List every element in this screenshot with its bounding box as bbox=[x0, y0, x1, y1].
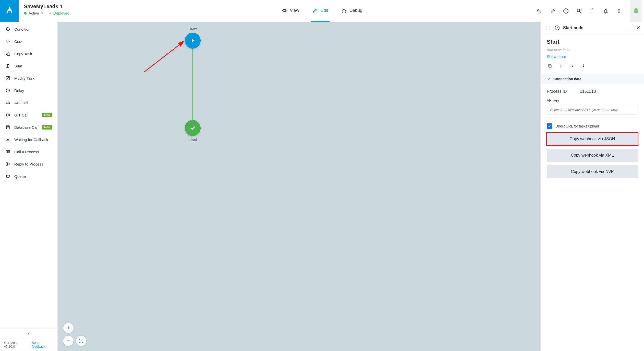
close-button[interactable]: ✕ bbox=[636, 25, 640, 31]
sidebar-list: Condition Code Copy Task Sum Modify Task… bbox=[0, 22, 57, 328]
drag-handle-icon[interactable]: ⋮⋮ bbox=[544, 26, 551, 30]
api-key-label: API key bbox=[547, 98, 638, 102]
disconnect-button[interactable] bbox=[569, 63, 575, 69]
copy-webhook-json-button[interactable]: Copy webhook via JSON bbox=[547, 133, 638, 145]
zoom-out-button[interactable]: − bbox=[63, 336, 74, 346]
clipboard-icon bbox=[589, 8, 596, 14]
svg-rect-21 bbox=[6, 150, 7, 153]
show-more-link[interactable]: Show more bbox=[547, 54, 638, 59]
fullscreen-icon bbox=[79, 338, 84, 343]
sidebar-footer: Corezoid v5.10.0 Send feedback bbox=[0, 338, 57, 351]
feedback-link[interactable]: Send feedback bbox=[32, 341, 53, 348]
redo-button[interactable] bbox=[549, 7, 557, 15]
play-icon bbox=[185, 33, 201, 49]
checkbox-checked-icon[interactable] bbox=[547, 123, 552, 129]
sidebar-item-label: Condition bbox=[14, 27, 30, 31]
undo-button[interactable] bbox=[535, 7, 543, 15]
version-label: Corezoid v5.10.0 bbox=[4, 341, 29, 348]
sidebar-item-label: Call a Process bbox=[14, 150, 39, 154]
process-id-label: Process ID bbox=[547, 89, 580, 94]
svg-rect-4 bbox=[591, 9, 594, 13]
sidebar-item-sum[interactable]: Sum bbox=[0, 60, 57, 72]
title-block: SaveMyLeads 1 Active▼ Deployed bbox=[19, 0, 75, 22]
delete-button[interactable] bbox=[558, 63, 564, 69]
svg-point-12 bbox=[637, 10, 637, 11]
share-button[interactable] bbox=[575, 7, 583, 15]
sidebar-item-reply[interactable]: Reply to Process bbox=[0, 158, 57, 170]
edge bbox=[192, 41, 193, 123]
sidebar-item-callproc[interactable]: Call a Process bbox=[0, 146, 57, 158]
direct-url-label: Direct URL for tasks upload bbox=[555, 124, 599, 128]
notifications-button[interactable] bbox=[602, 7, 610, 15]
database-icon bbox=[5, 124, 11, 130]
diamond-icon bbox=[5, 26, 11, 32]
svg-rect-22 bbox=[8, 150, 10, 153]
logo[interactable] bbox=[0, 0, 19, 22]
sidebar-item-label: Code bbox=[14, 39, 23, 44]
sidebar-item-queue[interactable]: Queue bbox=[0, 170, 57, 182]
sidebar-item-condition[interactable]: Condition bbox=[0, 23, 57, 35]
copy-button[interactable] bbox=[547, 63, 553, 69]
avatar-icon bbox=[632, 7, 640, 15]
sidebar-item-apicall[interactable]: API Call bbox=[0, 97, 57, 109]
info-button[interactable] bbox=[580, 63, 587, 69]
svg-point-18 bbox=[6, 116, 7, 117]
svg-point-20 bbox=[6, 125, 9, 127]
svg-rect-28 bbox=[549, 65, 551, 67]
tab-edit[interactable]: Edit bbox=[311, 0, 330, 22]
sidebar-item-dbcall[interactable]: Database CallNew bbox=[0, 121, 57, 133]
sidebar-item-label: Queue bbox=[14, 174, 26, 179]
svg-line-24 bbox=[144, 41, 184, 72]
zoom-fit-button[interactable] bbox=[76, 336, 86, 346]
tasks-button[interactable] bbox=[588, 7, 597, 15]
svg-point-25 bbox=[81, 340, 81, 341]
sidebar-item-copytask[interactable]: Copy Task bbox=[0, 48, 57, 60]
copy-webhook-nvp-button[interactable]: Copy webhook via NVP bbox=[547, 165, 638, 178]
sidebar-item-code[interactable]: Code bbox=[0, 35, 57, 48]
svg-rect-14 bbox=[7, 53, 10, 56]
sidebar-collapse[interactable]: ‹ bbox=[0, 328, 57, 338]
svg-rect-23 bbox=[6, 163, 7, 165]
svg-point-7 bbox=[618, 12, 619, 13]
svg-point-9 bbox=[635, 8, 636, 9]
panel-actions bbox=[541, 59, 644, 74]
api-key-select[interactable] bbox=[547, 105, 638, 114]
sidebar-item-modify[interactable]: Modify Task bbox=[0, 72, 57, 84]
flame-icon bbox=[6, 6, 13, 16]
more-button[interactable] bbox=[615, 7, 623, 15]
copy-webhook-xml-button[interactable]: Copy webhook via XML bbox=[547, 149, 638, 162]
reply-icon bbox=[5, 161, 11, 167]
start-node[interactable]: Start bbox=[185, 27, 201, 49]
section-toggle[interactable]: Connection data bbox=[541, 74, 644, 84]
sidebar-item-label: Delay bbox=[14, 88, 24, 93]
sidebar-item-label: Modify Task bbox=[14, 76, 34, 80]
sidebar-item-label: Database Call bbox=[14, 125, 38, 130]
sidebar-item-label: Copy Task bbox=[14, 52, 32, 56]
node-name[interactable]: Start bbox=[547, 39, 638, 45]
tab-debug[interactable]: Debug bbox=[340, 0, 364, 22]
sidebar-item-label: Reply to Process bbox=[14, 162, 43, 166]
svg-point-5 bbox=[618, 9, 619, 10]
status-active[interactable]: Active▼ bbox=[24, 11, 44, 15]
tab-view[interactable]: View bbox=[280, 0, 301, 22]
page-title: SaveMyLeads 1 bbox=[24, 4, 69, 9]
avatar[interactable] bbox=[630, 0, 641, 22]
user-plus-icon bbox=[576, 8, 582, 14]
mode-tabs: View Edit Debug bbox=[280, 0, 364, 22]
copy-icon bbox=[5, 51, 11, 56]
callproc-icon bbox=[5, 149, 11, 155]
direct-url-row[interactable]: Direct URL for tasks upload bbox=[547, 123, 638, 129]
canvas[interactable]: Start Final + − bbox=[58, 22, 540, 351]
description-field[interactable]: Add description bbox=[547, 48, 638, 52]
final-node[interactable]: Final bbox=[185, 120, 201, 142]
sidebar-item-delay[interactable]: Delay bbox=[0, 84, 57, 97]
header-tools bbox=[535, 0, 644, 22]
sidebar-item-waitcb[interactable]: Waiting for Callback bbox=[0, 133, 57, 146]
sidebar-item-gitcall[interactable]: GIT CallNew bbox=[0, 109, 57, 121]
errors-button[interactable] bbox=[562, 7, 570, 15]
clock-icon bbox=[5, 88, 11, 93]
connection-data-section: Connection data Process ID 1151118 API k… bbox=[541, 74, 644, 187]
zoom-in-button[interactable]: + bbox=[63, 323, 74, 333]
svg-point-17 bbox=[6, 113, 7, 114]
process-id-value: 1151118 bbox=[580, 89, 596, 94]
